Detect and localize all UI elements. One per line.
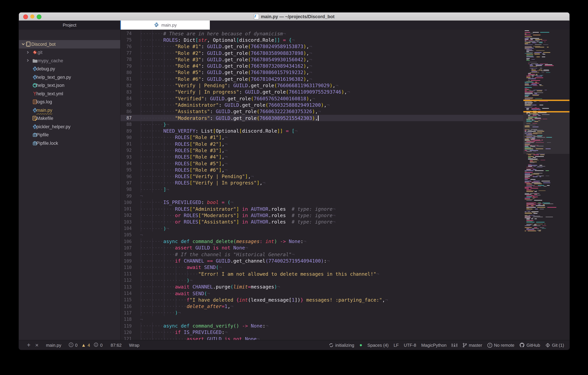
code-line-87[interactable]: 87············"Moderators": GUILD.get_ro… [121,115,569,121]
code-line-100[interactable]: 100········IS_PREVILEGED: bool = (¬ [121,199,569,206]
code-line-105[interactable]: 105¬ [121,232,569,238]
code-line-82[interactable]: 82············"Verify | Pending": GUILD.… [121,82,569,89]
sidebar-item-debug-py[interactable]: debug.py [19,65,120,73]
status-filename[interactable]: main.py [46,343,61,348]
minimap-code-line [526,208,529,208]
zoom-window-button[interactable] [37,14,42,19]
code-text: ············ROLES["Verify | Pending"],¬ [140,174,254,179]
code-line-91[interactable]: 91············ROLES["Role #2"],¬ [121,141,569,147]
new-file-icon[interactable]: + [27,342,31,348]
sidebar-item-help-text-json[interactable]: help_text.json [19,81,120,90]
code-line-117[interactable]: 117············)¬ [121,310,569,316]
code-line-104[interactable]: 104········)¬ [121,225,569,232]
code-line-103[interactable]: 103············or ROLES["Assistants"] in… [121,219,569,225]
diagnostics[interactable]: 0 ▲ 4 0 [69,342,103,348]
code-line-77[interactable]: 77············"Role #2": GUILD.get_role(… [121,50,569,56]
code-line-118[interactable]: 118¬ [121,316,569,323]
minimap-code-line [526,169,535,169]
sidebar-item-pipfile[interactable]: Pipfile [19,131,120,139]
status-item-github[interactable]: GitHub [519,342,540,348]
tab-bar[interactable]: main.py [120,21,569,30]
status-item-magicpython[interactable]: MagicPython [421,343,447,348]
code-line-116[interactable]: 116················delete_after=1,¬ [121,303,569,310]
status-item-dot[interactable] [359,344,362,346]
cursor-position[interactable]: 87:62 [111,343,122,348]
minimap-code-line [536,176,544,176]
status-item-git-1-[interactable]: Git (1) [545,343,564,348]
code-line-74[interactable]: 74········# These are in here because of… [121,30,569,37]
close-window-button[interactable] [23,14,28,19]
document-proxy-icon[interactable] [254,14,259,19]
sidebar-item-makefile[interactable]: Makefile [19,114,120,123]
minimap-viewport[interactable] [523,112,569,154]
code-editor[interactable]: 74········# These are in here because of… [121,30,569,340]
code-line-109[interactable]: 109············if CHANNEL == GUILD.get_c… [121,258,569,264]
status-item-master[interactable]: master [462,343,482,348]
minimap-code-line [528,156,534,157]
status-item-no-remote[interactable]: No remote [487,343,514,348]
close-file-icon[interactable]: × [35,342,39,348]
code-line-107[interactable]: 107············assert GUILD is not None¬ [121,245,569,251]
chevron-right-icon[interactable] [26,51,30,54]
sidebar-item-help-text-gen-py[interactable]: help_text_gen.py [19,73,120,81]
sidebar-item-logs-log[interactable]: logs.log [19,98,120,106]
status-item-spaces-4-[interactable]: Spaces (4) [368,343,389,348]
sidebar-item-pipfile-lock[interactable]: Pipfile.lock [19,139,120,147]
sidebar-item--mypy-cache[interactable]: .mypy_cache [19,57,120,65]
code-line-78[interactable]: 78············"Role #3": GUILD.get_role(… [121,56,569,63]
code-line-86[interactable]: 86············"Assistants": GUILD.get_ro… [121,108,569,115]
code-line-88[interactable]: 88········}¬ [121,121,569,128]
code-line-80[interactable]: 80············"Role #5": GUILD.get_role(… [121,69,569,76]
code-line-98[interactable]: 98········]¬ [121,186,569,193]
code-line-97[interactable]: 97············ROLES["Verify | In progres… [121,180,569,186]
code-line-85[interactable]: 85············"Administrator": GUILD.get… [121,102,569,108]
code-line-81[interactable]: 81············"Role #6": GUILD.get_role(… [121,76,569,82]
code-line-90[interactable]: 90············ROLES["Role #1"],¬ [121,134,569,141]
code-line-111[interactable]: 111····················"Error! I am not … [121,271,569,277]
code-line-83[interactable]: 83············"Verify | In progress": GU… [121,89,569,95]
code-line-115[interactable]: 115················f"I have deleted {int… [121,297,569,303]
code-line-95[interactable]: 95············ROLES["Role #6"],¬ [121,167,569,173]
code-line-75[interactable]: 75········ROLES: Dict[str, Optional[disc… [121,37,569,43]
code-line-121[interactable]: 121················assert GUILD is not N… [121,336,569,340]
code-line-96[interactable]: 96············ROLES["Verify | Pending"],… [121,173,569,180]
code-line-99[interactable]: 99¬ [121,193,569,199]
code-line-114[interactable]: 114············await SEND(¬ [121,290,569,297]
sidebar-item-pickler-helper-py[interactable]: pickler_helper.py [19,123,120,131]
project-sidebar[interactable]: Discord_bot.git.mypy_cachedebug.pyhelp_t… [19,30,121,340]
code-line-92[interactable]: 92············ROLES["Role #3"],¬ [121,147,569,154]
minimap-code-line [532,84,537,84]
code-line-108[interactable]: 108············# If the channel is "Hist… [121,251,569,258]
code-line-106[interactable]: 106········async def command_delete(mess… [121,238,569,245]
code-line-102[interactable]: 102············or ROLES["Moderators"] in… [121,212,569,219]
code-line-93[interactable]: 93············ROLES["Role #4"],¬ [121,154,569,160]
code-line-101[interactable]: 101············ROLES["Administrator"] in… [121,206,569,212]
code-line-113[interactable]: 113············await CHANNEL.purge(limit… [121,284,569,290]
status-item-utf-8[interactable]: UTF-8 [404,343,416,348]
title-bar[interactable]: main.py — ~/projects/Discord_bot [19,12,569,21]
sidebar-item-help-text-yml[interactable]: help_text.yml [19,90,120,98]
code-line-84[interactable]: 84············"Verified": GUILD.get_role… [121,95,569,102]
minimap-code-line [525,182,529,182]
minimap[interactable] [523,30,569,340]
code-line-89[interactable]: 89········NEED_VERIFY: List[Optional[dis… [121,128,569,134]
code-line-120[interactable]: 120············if IS_PREVILEGED:¬ [121,329,569,336]
minimap-code-line [525,84,529,84]
chevron-down-icon[interactable] [21,42,25,46]
wrap-indicator[interactable]: Wrap [129,343,139,348]
status-item-lf[interactable]: LF [394,343,399,348]
code-line-94[interactable]: 94············ROLES["Role #5"],¬ [121,160,569,167]
sidebar-item-discord-bot[interactable]: Discord_bot [19,40,120,48]
code-line-119[interactable]: 119········async def command_verify() ->… [121,323,569,329]
sidebar-item--git[interactable]: .git [19,48,120,57]
code-line-112[interactable]: 112················)¬ [121,277,569,284]
code-line-110[interactable]: 110················await SEND(¬ [121,264,569,271]
status-item-initializing[interactable]: initializing [328,343,354,348]
code-line-76[interactable]: 76············"Role #1": GUILD.get_role(… [121,43,569,50]
tab-main-py[interactable]: main.py [121,21,210,30]
chevron-right-icon[interactable] [26,59,30,62]
sidebar-item-main-py[interactable]: main.py [19,106,120,114]
status-item-antenna[interactable] [452,343,457,348]
minimize-window-button[interactable] [30,14,34,19]
code-line-79[interactable]: 79············"Role #4": GUILD.get_role(… [121,63,569,69]
